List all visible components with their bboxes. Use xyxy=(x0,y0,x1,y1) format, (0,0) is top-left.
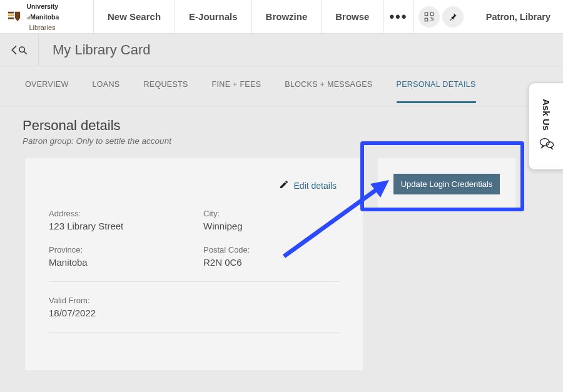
update-credentials-card: Update Login Credentials xyxy=(378,158,515,209)
personal-details-card: Edit details Address: 123 Library Street… xyxy=(25,158,363,370)
content-panels: Edit details Address: 123 Library Street… xyxy=(0,149,563,383)
nav-e-journals[interactable]: E-Journals xyxy=(175,0,252,33)
brand-line1: University xyxy=(26,3,58,10)
brand-suffix: Libraries xyxy=(29,24,55,31)
bison-shield-icon xyxy=(6,9,23,24)
nav-browse[interactable]: Browse xyxy=(322,0,383,33)
field-valid-from: Valid From: 18/07/2022 xyxy=(49,296,339,318)
postal-label: Postal Code: xyxy=(203,245,339,254)
chat-bubbles-icon xyxy=(539,135,555,154)
svg-rect-0 xyxy=(8,11,14,13)
section-subtitle: Patron group: Only to settle the account xyxy=(23,136,540,146)
valid-from-label: Valid From: xyxy=(49,296,339,305)
section-title: Personal details xyxy=(23,118,540,134)
nav-icon-group xyxy=(413,0,469,33)
city-label: City: xyxy=(203,209,339,218)
qr-icon[interactable] xyxy=(418,6,440,28)
province-value: Manitoba xyxy=(49,257,185,268)
ask-us-tab[interactable]: Ask Us xyxy=(528,83,563,170)
tab-fine-fees[interactable]: FINE + FEES xyxy=(212,80,261,103)
postal-value: R2N 0C6 xyxy=(203,257,339,268)
field-address: Address: 123 Library Street xyxy=(49,209,185,231)
pencil-icon xyxy=(279,179,289,191)
province-label: Province: xyxy=(49,245,185,254)
title-bar: My Library Card xyxy=(0,34,563,66)
field-province: Province: Manitoba xyxy=(49,245,185,268)
tab-blocks-messages[interactable]: BLOCKS + MESSAGES xyxy=(285,80,372,103)
brand-logo[interactable]: University ofManitoba Libraries xyxy=(0,0,94,33)
update-login-credentials-button[interactable]: Update Login Credentials xyxy=(393,174,500,194)
tab-requests[interactable]: REQUESTS xyxy=(143,80,188,103)
field-divider xyxy=(49,281,339,282)
edit-details-label: Edit details xyxy=(294,181,337,191)
edit-details-link[interactable]: Edit details xyxy=(46,179,342,191)
address-value: 123 Library Street xyxy=(49,221,185,231)
tab-personal-details[interactable]: PERSONAL DETAILS xyxy=(397,80,476,103)
svg-rect-3 xyxy=(425,13,429,16)
top-nav: University ofManitoba Libraries New Sear… xyxy=(0,0,563,34)
valid-from-value: 18/07/2022 xyxy=(49,308,339,318)
tab-loans[interactable]: LOANS xyxy=(93,80,120,103)
svg-point-6 xyxy=(19,47,24,52)
svg-rect-4 xyxy=(431,13,434,16)
address-label: Address: xyxy=(49,209,185,218)
account-tabs: OVERVIEW LOANS REQUESTS FINE + FEES BLOC… xyxy=(0,66,563,106)
field-divider-bottom xyxy=(49,332,339,333)
brand-line2: Manitoba xyxy=(30,13,59,21)
field-city: City: Winnipeg xyxy=(203,209,339,231)
nav-new-search[interactable]: New Search xyxy=(94,0,175,33)
svg-rect-2 xyxy=(8,17,14,19)
field-postal: Postal Code: R2N 0C6 xyxy=(203,245,339,268)
nav-browzine[interactable]: Browzine xyxy=(252,0,322,33)
nav-user-menu[interactable]: Patron, Library xyxy=(480,0,563,33)
nav-more-menu[interactable]: ••• xyxy=(383,0,413,33)
ask-us-label: Ask Us xyxy=(541,99,552,131)
details-fields: Address: 123 Library Street City: Winnip… xyxy=(46,209,342,333)
pin-icon[interactable] xyxy=(442,6,464,28)
svg-rect-1 xyxy=(8,14,14,16)
section-header: Personal details Patron group: Only to s… xyxy=(0,106,563,149)
svg-rect-5 xyxy=(425,18,429,21)
brand-text: University ofManitoba Libraries xyxy=(26,1,87,32)
tab-overview[interactable]: OVERVIEW xyxy=(25,80,69,103)
page-title: My Library Card xyxy=(39,42,150,58)
back-to-search-button[interactable] xyxy=(0,34,39,66)
city-value: Winnipeg xyxy=(203,221,339,231)
